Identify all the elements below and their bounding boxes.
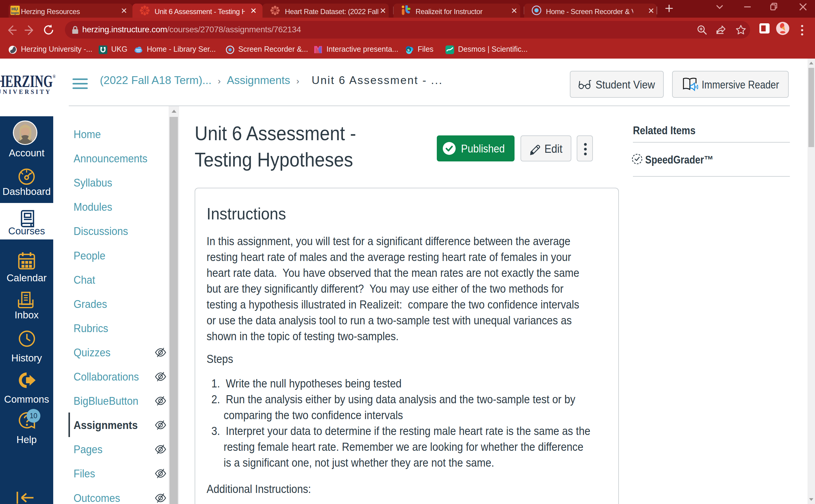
svg-text:login: login (11, 11, 19, 15)
svg-text:10: 10 (30, 412, 37, 420)
svg-text:s: s (407, 47, 410, 52)
svg-text:HU: HU (11, 6, 18, 11)
